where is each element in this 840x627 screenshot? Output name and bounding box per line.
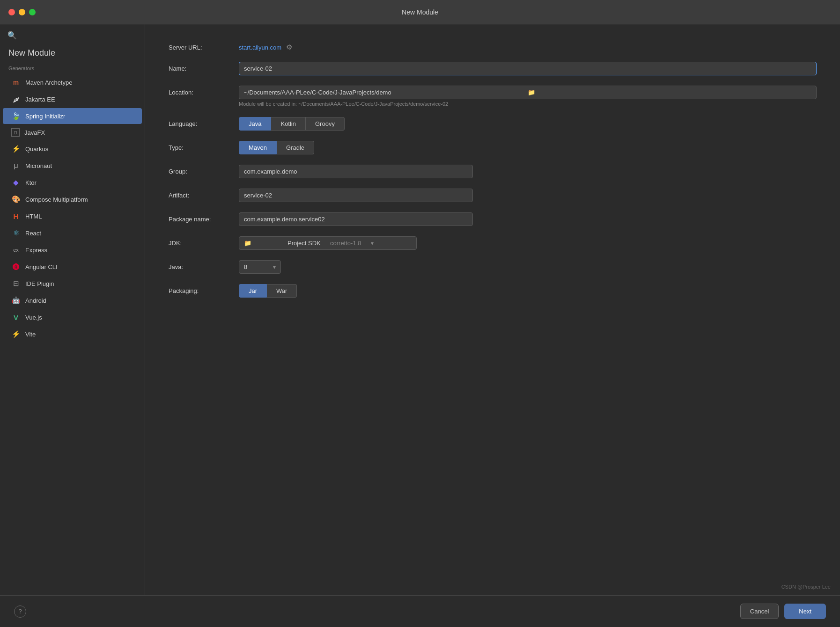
language-kotlin-btn[interactable]: Kotlin	[271, 117, 306, 131]
type-maven-btn[interactable]: Maven	[239, 141, 277, 154]
location-input-wrap: ~/Documents/AAA-PLee/C-Code/J-JavaProjec…	[239, 86, 817, 99]
language-label: Language:	[169, 120, 239, 127]
javafx-icon: □	[11, 128, 20, 137]
chevron-down-icon: ▾	[371, 240, 412, 247]
group-row: Group:	[169, 165, 817, 178]
sidebar-item-ide-plugin[interactable]: ⊟ IDE Plugin	[3, 276, 142, 292]
close-button[interactable]	[8, 9, 15, 15]
android-icon: 🤖	[11, 296, 21, 305]
language-row: Language: Java Kotlin Groovy	[169, 117, 817, 131]
sidebar-item-label: Android	[25, 297, 46, 304]
help-button[interactable]: ?	[14, 605, 26, 618]
type-gradle-btn[interactable]: Gradle	[277, 141, 314, 154]
sidebar-item-ktor[interactable]: ◆ Ktor	[3, 175, 142, 190]
artifact-value	[239, 189, 473, 202]
sidebar-item-micronaut[interactable]: μ Micronaut	[3, 158, 142, 174]
server-url-label: Server URL:	[169, 44, 239, 51]
language-groovy-btn[interactable]: Groovy	[306, 117, 345, 131]
name-label: Name:	[169, 65, 239, 72]
java-label: Java:	[169, 263, 239, 270]
location-row: Location: ~/Documents/AAA-PLee/C-Code/J-…	[169, 86, 817, 107]
language-java-btn[interactable]: Java	[239, 117, 271, 131]
sidebar: 🔍 New Module Generators m Maven Archetyp…	[0, 24, 145, 627]
maven-icon: m	[11, 78, 21, 87]
packaging-jar-btn[interactable]: Jar	[239, 284, 267, 298]
sidebar-item-compose-multiplatform[interactable]: 🎨 Compose Multiplatform	[3, 191, 142, 207]
jdk-row: JDK: 📁 Project SDK corretto-1.8 ▾	[169, 236, 817, 250]
sidebar-item-label: HTML	[25, 213, 42, 220]
packaging-row: Packaging: Jar War	[169, 284, 817, 298]
sidebar-item-spring-initializr[interactable]: 🍃 Spring Initializr	[3, 108, 142, 124]
group-label: Group:	[169, 168, 239, 175]
sidebar-item-label: IDE Plugin	[25, 280, 54, 287]
sidebar-item-android[interactable]: 🤖 Android	[3, 292, 142, 308]
angular-icon: 🅐	[11, 262, 21, 271]
server-url-row: Server URL: start.aliyun.com ⚙	[169, 43, 817, 51]
vue-icon: V	[11, 313, 21, 322]
jdk-label: JDK:	[169, 240, 239, 247]
packaging-label: Packaging:	[169, 287, 239, 294]
sidebar-item-javafx[interactable]: □ JavaFX	[3, 125, 142, 140]
sidebar-item-vite[interactable]: ⚡ Vite	[3, 326, 142, 342]
gear-icon[interactable]: ⚙	[286, 43, 292, 51]
jdk-dropdown[interactable]: 📁 Project SDK corretto-1.8 ▾	[239, 236, 417, 250]
sidebar-item-react[interactable]: ⚛ React	[3, 225, 142, 241]
name-row: Name:	[169, 62, 817, 75]
package-name-row: Package name:	[169, 212, 817, 226]
maximize-button[interactable]	[29, 9, 36, 15]
packaging-war-btn[interactable]: War	[267, 284, 297, 298]
type-row: Type: Maven Gradle	[169, 141, 817, 154]
package-name-value	[239, 212, 473, 226]
name-input[interactable]	[239, 62, 817, 75]
group-input[interactable]	[239, 165, 473, 178]
sidebar-item-label: Compose Multiplatform	[25, 196, 88, 203]
react-icon: ⚛	[11, 228, 21, 238]
minimize-button[interactable]	[19, 9, 25, 15]
location-label: Location:	[169, 89, 239, 96]
java-dropdown[interactable]: 8 ▾	[239, 260, 281, 274]
html-icon: H	[11, 211, 21, 221]
sidebar-heading: New Module	[0, 44, 145, 64]
group-value	[239, 165, 473, 178]
sdk-icon: 📁	[244, 240, 285, 247]
sidebar-item-jakarta-ee[interactable]: 🌶 Jakarta EE	[3, 91, 142, 107]
jdk-main: Project SDK	[287, 240, 328, 247]
vite-icon: ⚡	[11, 329, 21, 339]
cancel-button[interactable]: Cancel	[740, 604, 779, 619]
sidebar-item-maven-archetype[interactable]: m Maven Archetype	[3, 74, 142, 90]
sidebar-item-label: Jakarta EE	[25, 96, 55, 103]
sidebar-item-html[interactable]: H HTML	[3, 208, 142, 224]
window-title: New Module	[402, 8, 438, 16]
artifact-label: Artifact:	[169, 192, 239, 199]
packaging-btn-group: Jar War	[239, 284, 297, 298]
micronaut-icon: μ	[11, 161, 21, 170]
sidebar-item-quarkus[interactable]: ⚡ Quarkus	[3, 141, 142, 157]
sidebar-item-label: Maven Archetype	[25, 79, 72, 86]
package-name-input[interactable]	[239, 212, 473, 226]
jdk-sub: corretto-1.8	[330, 240, 371, 247]
package-name-label: Package name:	[169, 216, 239, 223]
location-hint: Module will be created in: ~/Documents/A…	[239, 101, 817, 107]
title-bar: New Module	[0, 0, 840, 24]
type-btn-group: Maven Gradle	[239, 141, 314, 154]
ktor-icon: ◆	[11, 178, 21, 187]
sidebar-item-label: Ktor	[25, 179, 37, 186]
window-controls[interactable]	[8, 9, 36, 15]
next-button[interactable]: Next	[784, 604, 826, 619]
ide-plugin-icon: ⊟	[11, 279, 21, 288]
artifact-row: Artifact:	[169, 189, 817, 202]
java-value: 8	[244, 263, 273, 270]
server-url-link[interactable]: start.aliyun.com	[239, 44, 281, 51]
sidebar-item-label: React	[25, 230, 41, 237]
artifact-input[interactable]	[239, 189, 473, 202]
folder-icon[interactable]: 📁	[528, 89, 811, 96]
spring-icon: 🍃	[11, 111, 21, 121]
watermark: CSDN @Prosper Lee	[781, 584, 831, 590]
sidebar-item-vuejs[interactable]: V Vue.js	[3, 309, 142, 325]
location-wrapper: ~/Documents/AAA-PLee/C-Code/J-JavaProjec…	[239, 86, 817, 107]
sidebar-item-express[interactable]: ex Express	[3, 242, 142, 258]
sidebar-item-angular-cli[interactable]: 🅐 Angular CLI	[3, 259, 142, 275]
sidebar-item-label: Vite	[25, 331, 36, 338]
search-icon: 🔍	[7, 31, 17, 39]
sidebar-search[interactable]: 🔍	[0, 24, 145, 44]
